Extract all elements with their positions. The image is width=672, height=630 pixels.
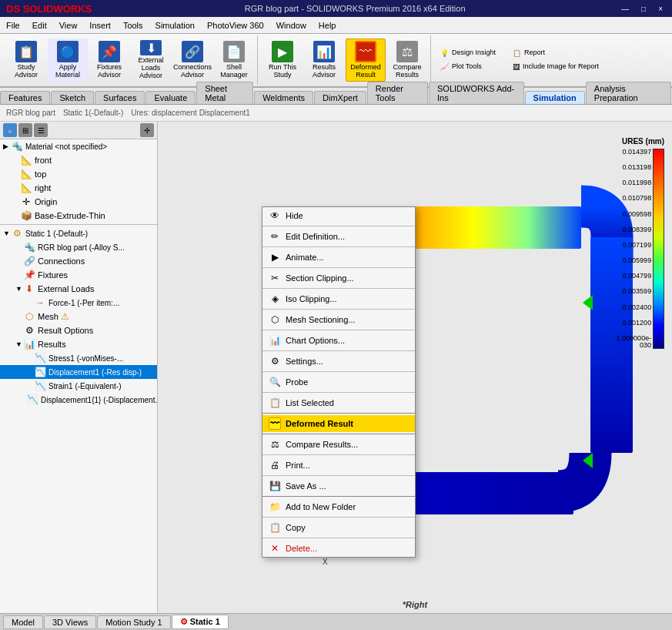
tree-item-fixtures[interactable]: 📌 Fixtures [0,268,157,282]
deformed-ctx-icon: 〰 [269,417,281,430]
deformed-result-icon: 〰 [355,41,376,62]
btm-tab-3dviews[interactable]: 3D Views [44,615,96,629]
tab-simulation[interactable]: Simulation [525,91,585,104]
tree-item-displacement1-1[interactable]: 📉 Displacement1{1} (-Displacement... [0,393,157,407]
part-name-label: RGR blog part [6,109,55,117]
run-study-button[interactable]: ▶ Run ThisStudy [262,39,303,82]
legend-val-3: 0.010798 [613,195,651,202]
ctx-mesh-sectioning[interactable]: ⬡ Mesh Sectioning... [262,311,415,328]
apply-material-button[interactable]: 🔵 ApplyMaterial [48,39,88,82]
shell-manager-icon: 📄 [223,41,245,62]
compare-results-button[interactable]: ⚖ CompareResults [387,39,427,82]
ctx-settings[interactable]: ⚙ Settings... [262,353,415,370]
menu-view[interactable]: View [53,17,84,33]
menu-window[interactable]: Window [270,17,313,33]
tab-render-tools[interactable]: Render Tools [367,82,428,104]
ctx-delete[interactable]: ✕ Delete... [262,540,415,557]
close-button[interactable]: × [655,5,666,13]
tree-item-material[interactable]: ▶ 🔩 Material <not specified> [0,139,157,153]
tree-item-results[interactable]: ▼ 📊 Results [0,337,157,351]
ext-loads-advisor-button[interactable]: ⬇ External LoadsAdvisor [131,39,171,82]
save-as-icon: 💾 [269,480,281,492]
study-tools-group: 📋 StudyAdvisor 🔵 ApplyMaterial 📌 Fixture… [3,35,258,85]
tree-item-right[interactable]: 📐 right [0,181,157,195]
tab-sheet-metal[interactable]: Sheet Metal [196,82,253,104]
menubar: File Edit View Insert Tools Simulation P… [0,17,672,34]
menu-edit[interactable]: Edit [26,17,53,33]
fixtures-advisor-button[interactable]: 📌 FixturesAdvisor [89,39,129,82]
shell-manager-button[interactable]: 📄 ShellManager [214,39,254,82]
tree-item-force1[interactable]: → Force-1 (-Per item:... [0,296,157,310]
tab-features[interactable]: Features [0,91,50,104]
tab-sketch[interactable]: Sketch [51,91,94,104]
tree-item-origin[interactable]: ✛ Origin [0,195,157,209]
btm-tab-static1[interactable]: ⚙ Static 1 [172,615,229,629]
tree-item-ext-loads[interactable]: ▼ ⬇ External Loads [0,282,157,296]
btm-tab-motion[interactable]: Motion Study 1 [97,615,170,629]
iso-clip-icon: ◈ [269,293,281,305]
study-advisor-button[interactable]: 📋 StudyAdvisor [6,39,46,82]
tab-evaluate[interactable]: Evaluate [145,91,196,104]
plot-tools-button[interactable]: 📈 Plot Tools [436,62,486,72]
ext-loads-tree-label: External Loads [38,284,94,293]
tree-item-front[interactable]: 📐 front [0,153,157,167]
tab-analysis-prep[interactable]: Analysis Preparation [586,82,671,104]
ctx-probe-label: Probe [286,377,308,387]
ctx-add-folder[interactable]: 📁 Add to New Folder [262,498,415,515]
maximize-button[interactable]: □ [638,5,649,13]
tree-item-connections[interactable]: 🔗 Connections [0,254,157,268]
origin-label: Origin [35,197,57,206]
viewport[interactable]: 👁 Hide ✏ Edit Definition... ▶ Animate...… [158,122,672,613]
ctx-copy[interactable]: 📋 Copy [262,519,415,536]
tree-item-displacement1[interactable]: 📉 Displacement1 (-Res disp-) [0,365,157,379]
ctx-section-clipping[interactable]: ✂ Section Clipping... [262,270,415,287]
tree-item-result-options[interactable]: ⚙ Result Options [0,323,157,337]
menu-tools[interactable]: Tools [117,17,149,33]
ctx-probe[interactable]: 🔍 Probe [262,374,415,390]
results-advisor-button[interactable]: 📊 ResultsAdvisor [304,39,344,82]
filter-icon[interactable]: ⬦ [3,123,17,137]
tab-dimxpert[interactable]: DimXpert [314,91,366,104]
ctx-edit-def-label: Edit Definition... [286,232,345,241]
menu-photoview[interactable]: PhotoView 360 [201,17,270,33]
menu-simulation[interactable]: Simulation [149,17,201,33]
btm-tab-model[interactable]: Model [3,615,43,629]
deformed-result-label: DeformedResult [350,64,381,79]
menu-insert[interactable]: Insert [83,17,117,33]
ctx-iso-clipping[interactable]: ◈ Iso Clipping... [262,290,415,307]
tree-item-base-extrude[interactable]: 📦 Base-Extrude-Thin [0,209,157,223]
minimize-button[interactable]: — [618,5,632,13]
ctx-chart-options[interactable]: 📊 Chart Options... [262,332,415,349]
ext-loads-icon: ⬇ [140,40,162,55]
list-icon[interactable]: ☰ [34,123,48,137]
settings-icon[interactable]: ✛ [140,123,154,137]
tab-sw-addins[interactable]: SOLIDWORKS Add-Ins [429,82,524,104]
menu-file[interactable]: File [0,17,26,33]
main-area: ⬦ ⊞ ☰ ✛ ▶ 🔩 Material <not specified> 📐 f… [0,122,672,613]
menu-help[interactable]: Help [313,17,343,33]
ctx-print[interactable]: 🖨 Print... [262,457,415,474]
ctx-hide[interactable]: 👁 Hide [262,207,415,224]
tree-item-mesh[interactable]: ⬡ Mesh ⚠ [0,310,157,323]
front-label: front [35,156,52,165]
material-label: Material <not specified> [25,142,107,151]
connections-advisor-button[interactable]: 🔗 ConnectionsAdvisor [172,39,212,82]
tab-weldments[interactable]: Weldments [254,91,313,104]
ctx-animate[interactable]: ▶ Animate... [262,249,415,266]
tree-item-rgr-part[interactable]: 🔩 RGR blog part (-Alloy S... [0,240,157,254]
tree-icon[interactable]: ⊞ [18,123,32,137]
deformed-result-button[interactable]: 〰 DeformedResult [346,39,386,82]
ctx-deformed-result[interactable]: 〰 Deformed Result [262,415,415,432]
include-image-button[interactable]: 🖼 Include Image for Report [508,62,603,72]
ctx-edit-definition[interactable]: ✏ Edit Definition... [262,228,415,245]
design-insight-button[interactable]: 💡 Design Insight [436,48,500,59]
tree-item-strain1[interactable]: 📉 Strain1 (-Equivalent-) [0,379,157,393]
ctx-list-selected[interactable]: 📋 List Selected [262,394,415,411]
tree-item-static1[interactable]: ▼ ⚙ Static 1 (-Default-) [0,226,157,240]
ctx-save-as[interactable]: 💾 Save As ... [262,478,415,494]
tree-item-stress1[interactable]: 📉 Stress1 (-vonMises-... [0,351,157,365]
report-button[interactable]: 📋 Report [508,48,550,59]
ctx-compare-results[interactable]: ⚖ Compare Results... [262,436,415,453]
tab-surfaces[interactable]: Surfaces [95,91,145,104]
tree-item-top[interactable]: 📐 top [0,167,157,181]
